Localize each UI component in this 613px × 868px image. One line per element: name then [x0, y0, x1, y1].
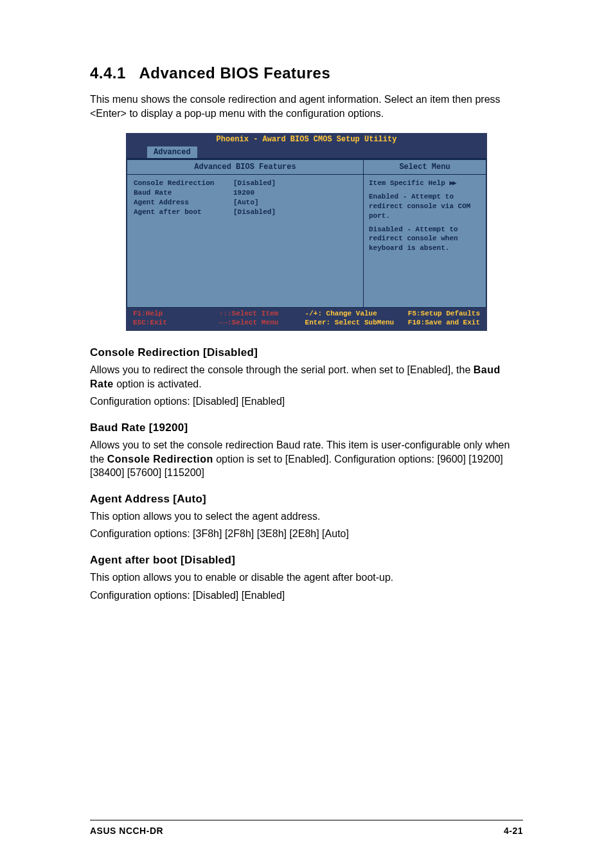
section-number: 4.4.1	[90, 64, 126, 82]
bios-row-value: [Disabled]	[233, 208, 357, 217]
options-agent-after-boot: Configuration options: [Disabled] [Enabl…	[90, 589, 523, 603]
bios-screenshot: Phoenix - Award BIOS CMOS Setup Utility …	[126, 133, 487, 331]
bold-console-redirection: Console Redirection	[107, 454, 213, 465]
bios-footer-keys: F1:Help ESC:Exit ↑↓:Select Item ←→:Selec…	[127, 308, 486, 331]
bios-row-value: [Disabled]	[233, 179, 357, 188]
key-change-value: -/+: Change Value	[305, 310, 377, 317]
bios-row-console-redirection[interactable]: Console Redirection [Disabled]	[134, 179, 357, 188]
bios-row-value: 19200	[233, 188, 357, 198]
bios-help-title: Item Specific Help	[369, 179, 449, 187]
bios-window-title: Phoenix - Award BIOS CMOS Setup Utility	[127, 134, 486, 145]
section-intro: This menu shows the console redirection …	[90, 93, 523, 120]
bios-help-panel: Item Specific Help ▶▶ Enabled - Attempt …	[364, 175, 486, 257]
chevron-right-icon: ▶▶	[449, 179, 455, 187]
section-title: Advanced BIOS Features	[139, 64, 331, 82]
bios-row-value: [Auto]	[233, 198, 357, 208]
bios-row-agent-address[interactable]: Agent Address [Auto]	[134, 198, 357, 208]
key-esc-exit: ESC:Exit	[133, 319, 167, 326]
bios-row-baud-rate[interactable]: Baud Rate 19200	[134, 188, 357, 198]
footer-product: ASUS NCCH-DR	[90, 826, 163, 836]
desc-console-redirection: Allows you to redirect the console throu…	[90, 363, 523, 391]
bios-left-panel: Advanced BIOS Features Console Redirecti…	[127, 159, 364, 307]
key-f1-help: F1:Help	[133, 310, 163, 317]
bios-help-p2: Disabled - Attempt to redirect console w…	[369, 225, 481, 254]
heading-console-redirection: Console Redirection [Disabled]	[90, 346, 523, 359]
bios-row-label: Baud Rate	[134, 188, 233, 198]
bios-row-label: Console Redirection	[134, 179, 233, 188]
key-setup-defaults: F5:Setup Defaults	[408, 310, 480, 317]
bios-right-panel: Select Menu Item Specific Help ▶▶ Enable…	[364, 159, 486, 307]
bios-row-label: Agent Address	[134, 198, 233, 208]
desc-agent-address: This option allows you to select the age…	[90, 509, 523, 524]
heading-baud-rate: Baud Rate [19200]	[90, 421, 523, 434]
section-heading: 4.4.1 Advanced BIOS Features	[90, 64, 523, 82]
options-agent-address: Configuration options: [3F8h] [2F8h] [3E…	[90, 527, 523, 541]
bios-right-header: Select Menu	[364, 160, 486, 175]
bios-row-agent-after-boot[interactable]: Agent after boot [Disabled]	[134, 208, 357, 217]
bios-row-label: Agent after boot	[134, 208, 233, 217]
page-footer: ASUS NCCH-DR 4-21	[90, 820, 523, 836]
bios-help-p1: Enabled - Attempt to redirect console vi…	[369, 192, 481, 221]
key-select-submenu: Enter: Select SubMenu	[305, 319, 395, 326]
key-save-exit: F10:Save and Exit	[408, 319, 480, 326]
bios-tab-advanced[interactable]: Advanced	[147, 146, 197, 158]
desc-agent-after-boot: This option allows you to enable or disa…	[90, 571, 523, 585]
bios-left-header: Advanced BIOS Features	[127, 160, 363, 175]
heading-agent-after-boot: Agent after boot [Disabled]	[90, 554, 523, 567]
footer-page-number: 4-21	[504, 826, 523, 836]
key-select-item: ↑↓:Select Item	[219, 310, 278, 317]
desc-baud-rate: Allows you to set the console redirectio…	[90, 438, 523, 480]
key-select-menu: ←→:Select Menu	[219, 319, 278, 326]
heading-agent-address: Agent Address [Auto]	[90, 493, 523, 506]
bios-tab-bar: Advanced	[127, 145, 486, 158]
bios-settings-list: Console Redirection [Disabled] Baud Rate…	[127, 175, 363, 306]
options-console-redirection: Configuration options: [Disabled] [Enabl…	[90, 394, 523, 409]
